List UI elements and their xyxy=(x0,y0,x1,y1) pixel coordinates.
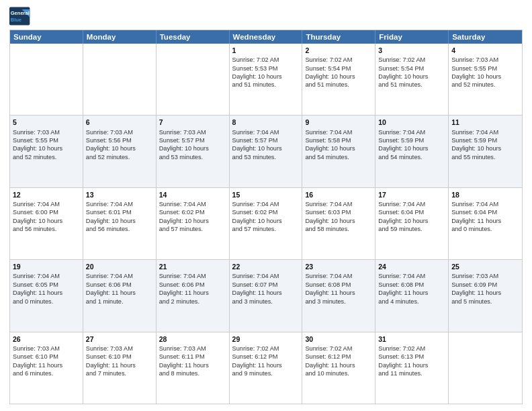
calendar-row-5: 26Sunrise: 7:03 AMSunset: 6:10 PMDayligh… xyxy=(10,332,522,404)
day-cell-28: 28Sunrise: 7:03 AMSunset: 6:11 PMDayligh… xyxy=(157,332,230,404)
sunset-text: Sunset: 6:04 PM xyxy=(378,208,445,216)
sunrise-text: Sunrise: 7:03 AM xyxy=(86,128,153,136)
daylight-text: Daylight: 10 hours xyxy=(451,73,519,81)
day-cell-3: 3Sunrise: 7:02 AMSunset: 5:54 PMDaylight… xyxy=(375,44,449,115)
day-header-saturday: Saturday xyxy=(449,30,522,44)
sunset-text: Sunset: 6:09 PM xyxy=(451,281,519,289)
daylight-text: and 54 minutes. xyxy=(378,153,445,161)
header: General Blue xyxy=(9,7,523,26)
day-number: 21 xyxy=(159,262,226,271)
day-header-friday: Friday xyxy=(375,30,449,44)
empty-cell xyxy=(157,44,230,115)
sunrise-text: Sunrise: 7:04 AM xyxy=(378,200,445,208)
day-cell-25: 25Sunrise: 7:03 AMSunset: 6:09 PMDayligh… xyxy=(449,260,522,331)
sunset-text: Sunset: 6:12 PM xyxy=(305,353,372,361)
daylight-text: Daylight: 10 hours xyxy=(305,144,372,152)
sunrise-text: Sunrise: 7:04 AM xyxy=(378,128,445,136)
sunset-text: Sunset: 5:53 PM xyxy=(232,64,300,73)
daylight-text: Daylight: 10 hours xyxy=(451,144,519,152)
sunset-text: Sunset: 6:00 PM xyxy=(13,208,80,216)
day-number: 3 xyxy=(378,46,445,55)
daylight-text: and 3 minutes. xyxy=(305,298,372,306)
sunset-text: Sunset: 6:01 PM xyxy=(86,208,153,216)
daylight-text: Daylight: 11 hours xyxy=(305,289,372,297)
day-cell-7: 7Sunrise: 7:03 AMSunset: 5:57 PMDaylight… xyxy=(157,116,230,187)
daylight-text: Daylight: 11 hours xyxy=(86,289,153,297)
calendar-row-2: 5Sunrise: 7:03 AMSunset: 5:55 PMDaylight… xyxy=(10,116,522,187)
daylight-text: Daylight: 10 hours xyxy=(86,217,153,225)
sunset-text: Sunset: 5:54 PM xyxy=(378,64,445,73)
sunrise-text: Sunrise: 7:03 AM xyxy=(451,56,519,64)
day-number: 22 xyxy=(232,262,300,271)
daylight-text: and 5 minutes. xyxy=(451,298,519,306)
daylight-text: and 51 minutes. xyxy=(378,81,445,89)
daylight-text: and 11 minutes. xyxy=(378,369,445,377)
sunset-text: Sunset: 5:58 PM xyxy=(305,136,372,144)
sunset-text: Sunset: 5:57 PM xyxy=(232,136,300,144)
daylight-text: Daylight: 11 hours xyxy=(305,361,372,369)
daylight-text: and 59 minutes. xyxy=(378,225,445,233)
day-number: 6 xyxy=(86,118,153,127)
logo-icon: General Blue xyxy=(9,7,31,26)
daylight-text: and 10 minutes. xyxy=(305,369,372,377)
daylight-text: Daylight: 10 hours xyxy=(13,144,80,152)
daylight-text: Daylight: 11 hours xyxy=(378,361,445,369)
sunset-text: Sunset: 6:03 PM xyxy=(305,208,372,216)
day-number: 28 xyxy=(159,334,226,344)
daylight-text: Daylight: 10 hours xyxy=(232,73,300,81)
sunrise-text: Sunrise: 7:04 AM xyxy=(159,272,226,280)
day-cell-27: 27Sunrise: 7:03 AMSunset: 6:10 PMDayligh… xyxy=(83,332,157,404)
calendar: SundayMondayTuesdayWednesdayThursdayFrid… xyxy=(9,30,523,404)
sunrise-text: Sunrise: 7:04 AM xyxy=(232,200,300,208)
day-number: 25 xyxy=(451,262,519,271)
day-cell-31: 31Sunrise: 7:02 AMSunset: 6:13 PMDayligh… xyxy=(375,332,449,404)
sunrise-text: Sunrise: 7:02 AM xyxy=(378,56,445,64)
day-number: 7 xyxy=(159,118,226,127)
sunrise-text: Sunrise: 7:03 AM xyxy=(451,272,519,280)
daylight-text: and 2 minutes. xyxy=(159,298,226,306)
day-number: 13 xyxy=(86,190,153,199)
daylight-text: and 53 minutes. xyxy=(159,153,226,161)
day-number: 16 xyxy=(305,190,372,199)
daylight-text: Daylight: 11 hours xyxy=(451,289,519,297)
calendar-body: 1Sunrise: 7:02 AMSunset: 5:53 PMDaylight… xyxy=(10,44,522,404)
day-cell-24: 24Sunrise: 7:04 AMSunset: 6:08 PMDayligh… xyxy=(375,260,449,331)
daylight-text: Daylight: 10 hours xyxy=(378,144,445,152)
empty-cell xyxy=(83,44,157,115)
day-number: 30 xyxy=(305,334,372,344)
daylight-text: and 52 minutes. xyxy=(451,81,519,89)
daylight-text: Daylight: 10 hours xyxy=(232,217,300,225)
day-number: 5 xyxy=(13,118,80,127)
sunrise-text: Sunrise: 7:02 AM xyxy=(305,345,372,353)
daylight-text: and 55 minutes. xyxy=(451,153,519,161)
day-number: 1 xyxy=(232,46,300,55)
day-number: 17 xyxy=(378,190,445,199)
day-number: 11 xyxy=(451,118,519,127)
sunset-text: Sunset: 6:10 PM xyxy=(13,353,80,361)
daylight-text: Daylight: 10 hours xyxy=(232,144,300,152)
day-number: 18 xyxy=(451,190,519,199)
calendar-row-4: 19Sunrise: 7:04 AMSunset: 6:05 PMDayligh… xyxy=(10,260,522,332)
daylight-text: Daylight: 11 hours xyxy=(378,289,445,297)
day-number: 10 xyxy=(378,118,445,127)
sunset-text: Sunset: 6:02 PM xyxy=(159,208,226,216)
sunrise-text: Sunrise: 7:04 AM xyxy=(13,200,80,208)
day-number: 26 xyxy=(13,334,80,344)
day-cell-17: 17Sunrise: 7:04 AMSunset: 6:04 PMDayligh… xyxy=(375,188,449,259)
daylight-text: and 51 minutes. xyxy=(305,81,372,89)
day-number: 4 xyxy=(451,46,519,55)
day-number: 8 xyxy=(232,118,300,127)
day-cell-6: 6Sunrise: 7:03 AMSunset: 5:56 PMDaylight… xyxy=(83,116,157,187)
sunrise-text: Sunrise: 7:04 AM xyxy=(378,272,445,280)
daylight-text: Daylight: 10 hours xyxy=(378,73,445,81)
daylight-text: Daylight: 11 hours xyxy=(86,361,153,369)
sunset-text: Sunset: 6:04 PM xyxy=(451,208,519,216)
day-cell-10: 10Sunrise: 7:04 AMSunset: 5:59 PMDayligh… xyxy=(375,116,449,187)
daylight-text: and 53 minutes. xyxy=(232,153,300,161)
sunrise-text: Sunrise: 7:03 AM xyxy=(159,128,226,136)
sunset-text: Sunset: 5:54 PM xyxy=(305,64,372,73)
sunset-text: Sunset: 5:56 PM xyxy=(86,136,153,144)
daylight-text: and 0 minutes. xyxy=(451,225,519,233)
day-number: 23 xyxy=(305,262,372,271)
daylight-text: and 56 minutes. xyxy=(86,225,153,233)
